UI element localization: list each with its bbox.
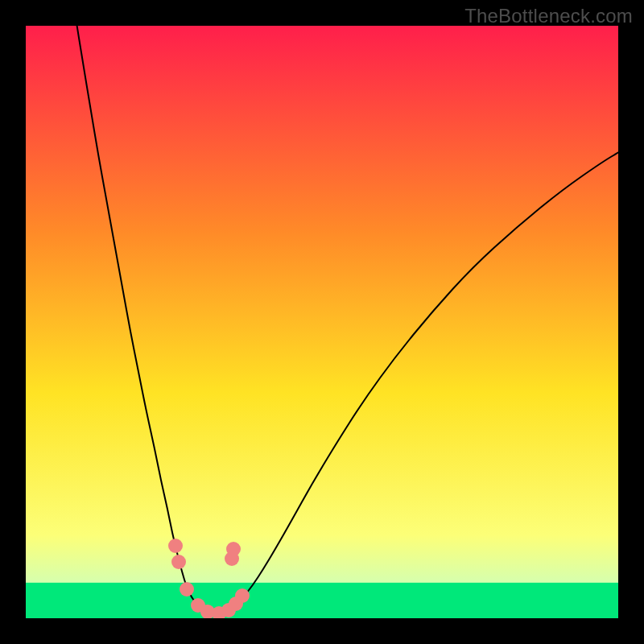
chart-svg — [26, 26, 618, 618]
marker-dot — [180, 582, 194, 597]
chart-frame: TheBottleneck.com — [0, 0, 644, 644]
marker-dot — [226, 542, 241, 556]
plot-area — [26, 26, 618, 618]
green-band — [26, 583, 618, 618]
gradient-background — [26, 26, 618, 618]
marker-dot — [171, 555, 186, 569]
marker-dot — [168, 539, 183, 553]
marker-dot — [235, 588, 250, 603]
watermark-text: TheBottleneck.com — [464, 5, 633, 27]
